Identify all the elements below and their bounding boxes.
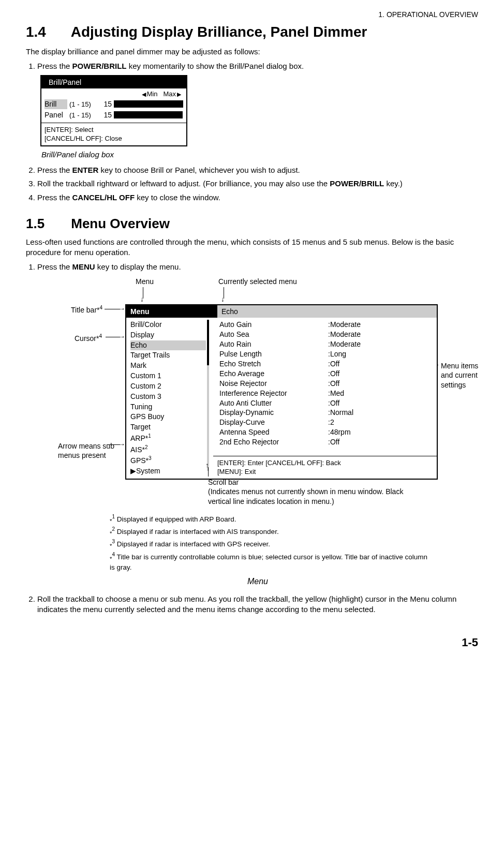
label-current-menu: Currently selected menu: [218, 277, 297, 287]
menu-left-item: Tuning: [130, 402, 213, 412]
setting-value: :Moderate: [328, 339, 433, 349]
panel-bar: [114, 111, 183, 118]
brill-label: Brill: [45, 99, 67, 109]
menu-setting-row: Interference Rejector:Med: [219, 389, 433, 398]
menu-setting-row: Echo Stretch:Off: [219, 359, 433, 369]
setting-name: Auto Sea: [219, 330, 328, 339]
section-1-4-heading: 1.4 Adjusting Display Brilliance, Panel …: [26, 24, 478, 40]
setting-value: :Off: [328, 398, 433, 408]
menu-titlebar: Menu Echo: [126, 305, 437, 318]
setting-name: Display-Curve: [219, 418, 328, 427]
menu-caption: Menu: [37, 576, 478, 587]
setting-value: :Off: [328, 369, 433, 379]
section-num: 1.5: [26, 216, 67, 232]
menu-setting-row: Auto Rain:Moderate: [219, 339, 433, 349]
menu-left-item: Custom 2: [130, 381, 213, 392]
step-1-4-1: Press the POWER/BRILL key momentarily to…: [37, 61, 478, 160]
setting-value: :Long: [328, 349, 433, 359]
section-title: Adjusting Display Brilliance, Panel Dimm…: [71, 24, 367, 40]
arrow-cursor: →: [106, 337, 120, 337]
setting-name: Auto Gain: [219, 320, 328, 330]
section-title: Menu Overview: [71, 216, 170, 231]
setting-name: Antenna Speed: [219, 427, 328, 437]
dialog-title: Brill/Panel: [41, 76, 186, 89]
setting-value: :Normal: [328, 408, 433, 418]
menu-setting-row: Auto Gain:Moderate: [219, 320, 433, 330]
step-1-4-2: Press the ENTER key to choose Brill or P…: [37, 165, 478, 175]
menu-left-item: Brill/Color: [130, 320, 213, 330]
menu-box: Menu Echo Brill/ColorDisplayEchoTarget T…: [125, 304, 438, 480]
label-arrow-sub: Arrow means sub menus present: [58, 441, 115, 461]
arrow-current-menu: ↓: [224, 287, 224, 299]
brill-bar: [114, 100, 183, 108]
menu-title-right: Echo: [217, 305, 437, 318]
intro-1-5: Less-often used functions are controlled…: [26, 237, 478, 258]
menu-setting-row: Display-Dynamic:Normal: [219, 408, 433, 418]
setting-name: Display-Dynamic: [219, 408, 328, 418]
setting-name: 2nd Echo Rejector: [219, 437, 328, 447]
intro-1-4: The display brilliance and panel dimmer …: [26, 47, 478, 57]
menu-left-item: AIS*2: [130, 444, 213, 455]
setting-name: Auto Anti Clutter: [219, 398, 328, 408]
step-1-4-3: Roll the trackball rightward or leftward…: [37, 178, 478, 189]
label-menu-top: Menu: [136, 277, 154, 287]
menu-left-item: GPS*3: [130, 455, 213, 466]
menu-left-item: Echo: [130, 340, 206, 350]
setting-value: :Moderate: [328, 320, 433, 330]
menu-footer: [ENTER]: Enter [CANCEL/HL OFF]: Back [ME…: [213, 456, 437, 479]
dialog-footer: [ENTER]: Select [CANCEL/HL OFF]: Close: [41, 123, 186, 145]
menu-left-item: Display: [130, 330, 213, 340]
menu-setting-row: Auto Anti Clutter:Off: [219, 398, 433, 408]
brill-row: Brill (1 - 15) 15: [45, 99, 183, 110]
arrow-scrollbar: ↑: [208, 467, 209, 477]
menu-left-item: Target Trails: [130, 350, 213, 361]
panel-row: Panel (1 - 15) 15: [45, 110, 183, 121]
step-1-5-1: Press the MENU key to display the menu. …: [37, 262, 478, 587]
menu-setting-row: Pulse Length:Long: [219, 349, 433, 359]
setting-name: Pulse Length: [219, 349, 328, 359]
scrollbar-thumb: [207, 320, 209, 365]
menu-figure: Menu ↓ Currently selected menu ↓ Title b…: [37, 276, 482, 571]
setting-value: :Off: [328, 379, 433, 389]
section-num: 1.4: [26, 24, 67, 40]
dialog-caption: Brill/Panel dialog box: [41, 150, 478, 160]
menu-scrollbar: [207, 320, 209, 471]
menu-right-column: Auto Gain:ModerateAuto Sea:ModerateAuto …: [213, 318, 437, 478]
label-cursor: Cursor*4: [75, 333, 102, 344]
menu-setting-row: Echo Average:Off: [219, 369, 433, 379]
menu-left-item: GPS Buoy: [130, 412, 213, 422]
footnotes: *1 Displayed if equipped with ARP Board.…: [110, 513, 431, 573]
arrow-menu-top: ↓: [143, 287, 143, 299]
menu-title-left: Menu: [126, 305, 217, 318]
setting-name: Echo Average: [219, 369, 328, 379]
setting-value: :Moderate: [328, 330, 433, 339]
step-1-4-4: Press the CANCEL/HL OFF key to close the…: [37, 192, 478, 203]
arrow-title-bar: →: [105, 309, 120, 309]
label-menu-items-side: Menu items and current settings: [441, 361, 482, 391]
setting-name: Interference Rejector: [219, 389, 328, 398]
triangle-right-icon: [176, 90, 181, 98]
menu-left-item: Mark: [130, 361, 213, 371]
step-1-5-2: Roll the trackball to choose a menu or s…: [37, 594, 478, 615]
setting-value: :Off: [328, 359, 433, 369]
menu-setting-row: 2nd Echo Rejector:Off: [219, 437, 433, 447]
chapter-header: 1. OPERATIONAL OVERVIEW: [26, 10, 478, 19]
menu-setting-row: Noise Rejector:Off: [219, 379, 433, 389]
setting-value: :Med: [328, 389, 433, 398]
menu-setting-row: Antenna Speed:48rpm: [219, 427, 433, 437]
label-scroll-bar: Scroll bar (Indicates menus not currentl…: [208, 478, 425, 507]
setting-name: Auto Rain: [219, 339, 328, 349]
brill-panel-dialog: Brill/Panel Min Max Brill (1 - 15) 15 Pa…: [40, 75, 187, 146]
label-title-bar: Title bar*4: [71, 304, 102, 315]
triangle-left-icon: [142, 90, 147, 98]
arrow-sub-line: →: [107, 444, 120, 445]
menu-left-column: Brill/ColorDisplayEchoTarget TrailsMarkC…: [126, 318, 213, 478]
menu-left-item: Custom 3: [130, 392, 213, 402]
menu-setting-row: Auto Sea:Moderate: [219, 330, 433, 339]
setting-name: Echo Stretch: [219, 359, 328, 369]
setting-name: Noise Rejector: [219, 379, 328, 389]
panel-label: Panel: [45, 110, 67, 120]
section-1-5-heading: 1.5 Menu Overview: [26, 216, 478, 232]
setting-value: :2: [328, 418, 433, 427]
menu-left-item: ▶System: [130, 466, 213, 477]
